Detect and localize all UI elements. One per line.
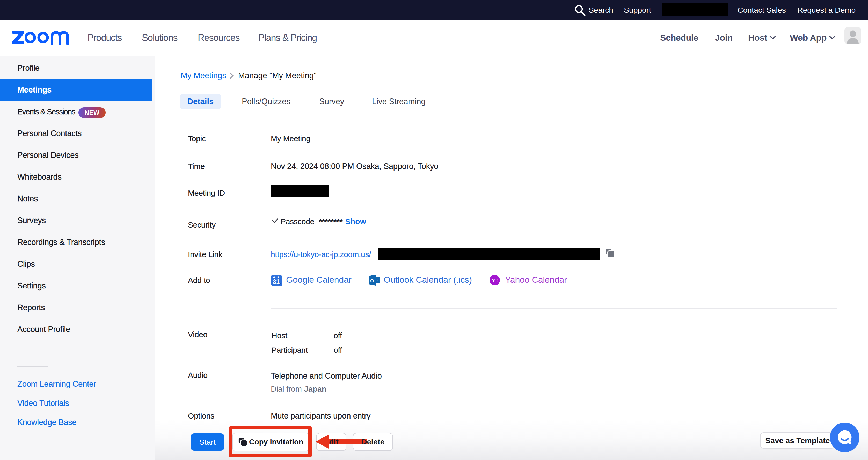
svg-text:31: 31 [273, 278, 280, 285]
svg-text:Y!: Y! [491, 277, 498, 284]
svg-text:o: o [370, 277, 374, 284]
